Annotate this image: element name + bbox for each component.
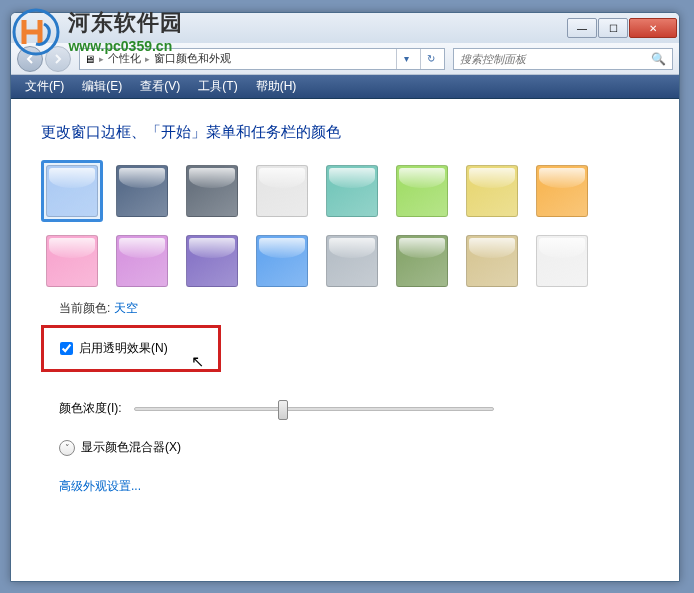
transparency-checkbox[interactable]: [60, 342, 73, 355]
intensity-label: 颜色浓度(I):: [59, 400, 122, 417]
color-swatch[interactable]: [181, 230, 243, 292]
color-swatch[interactable]: [531, 230, 593, 292]
highlighted-region: 启用透明效果(N) ↖: [41, 325, 221, 372]
breadcrumb-separator-icon: ▸: [145, 54, 150, 64]
color-swatch[interactable]: [391, 160, 453, 222]
page-title: 更改窗口边框、「开始」菜单和任务栏的颜色: [41, 123, 649, 142]
forward-arrow-icon: [52, 53, 64, 65]
refresh-button[interactable]: ↻: [420, 49, 440, 69]
color-swatch[interactable]: [111, 160, 173, 222]
back-button[interactable]: [17, 46, 43, 72]
color-swatch[interactable]: [321, 160, 383, 222]
chevron-down-icon: ˅: [59, 440, 75, 456]
mixer-label: 显示颜色混合器(X): [81, 439, 181, 456]
breadcrumb-separator-icon: ▸: [99, 54, 104, 64]
intensity-slider[interactable]: [134, 407, 494, 411]
search-icon[interactable]: 🔍: [651, 52, 666, 66]
color-swatch-grid: [41, 160, 641, 292]
color-swatch[interactable]: [391, 230, 453, 292]
color-swatch[interactable]: [321, 230, 383, 292]
color-swatch[interactable]: [251, 230, 313, 292]
color-swatch[interactable]: [111, 230, 173, 292]
menu-view[interactable]: 查看(V): [132, 76, 188, 97]
content-area: 更改窗口边框、「开始」菜单和任务栏的颜色 当前颜色: 天空 启用透明效果(N) …: [11, 99, 679, 581]
transparency-label: 启用透明效果(N): [79, 340, 168, 357]
titlebar: — ☐ ✕: [11, 13, 679, 43]
window: — ☐ ✕ 🖥 ▸ 个性化 ▸ 窗口颜色和外观 ▾ ↻ 🔍 文件(F) 编辑(E…: [10, 12, 680, 582]
menu-help[interactable]: 帮助(H): [248, 76, 305, 97]
slider-thumb[interactable]: [278, 400, 288, 420]
folder-icon: 🖥: [84, 53, 95, 65]
color-swatch[interactable]: [181, 160, 243, 222]
advanced-appearance-link[interactable]: 高级外观设置...: [59, 478, 649, 495]
color-swatch[interactable]: [251, 160, 313, 222]
menu-file[interactable]: 文件(F): [17, 76, 72, 97]
close-button[interactable]: ✕: [629, 18, 677, 38]
color-swatch[interactable]: [461, 160, 523, 222]
transparency-row[interactable]: 启用透明效果(N): [60, 340, 168, 357]
intensity-row: 颜色浓度(I):: [59, 400, 649, 417]
menu-edit[interactable]: 编辑(E): [74, 76, 130, 97]
color-mixer-toggle[interactable]: ˅ 显示颜色混合器(X): [59, 439, 649, 456]
search-input[interactable]: [460, 53, 651, 65]
cursor-icon: ↖: [191, 352, 204, 371]
color-swatch[interactable]: [531, 160, 593, 222]
search-box[interactable]: 🔍: [453, 48, 673, 70]
maximize-button[interactable]: ☐: [598, 18, 628, 38]
breadcrumb-seg1[interactable]: 个性化: [108, 51, 141, 66]
menubar: 文件(F) 编辑(E) 查看(V) 工具(T) 帮助(H): [11, 75, 679, 99]
minimize-button[interactable]: —: [567, 18, 597, 38]
address-bar[interactable]: 🖥 ▸ 个性化 ▸ 窗口颜色和外观 ▾ ↻: [79, 48, 445, 70]
back-arrow-icon: [24, 53, 36, 65]
color-swatch[interactable]: [461, 230, 523, 292]
forward-button[interactable]: [45, 46, 71, 72]
dropdown-button[interactable]: ▾: [396, 49, 416, 69]
current-color-row: 当前颜色: 天空: [59, 300, 649, 317]
breadcrumb-seg2[interactable]: 窗口颜色和外观: [154, 51, 231, 66]
color-swatch[interactable]: [41, 230, 103, 292]
color-swatch[interactable]: [41, 160, 103, 222]
navbar: 🖥 ▸ 个性化 ▸ 窗口颜色和外观 ▾ ↻ 🔍: [11, 43, 679, 75]
current-color-value: 天空: [114, 301, 138, 315]
menu-tools[interactable]: 工具(T): [190, 76, 245, 97]
current-color-label: 当前颜色:: [59, 301, 110, 315]
